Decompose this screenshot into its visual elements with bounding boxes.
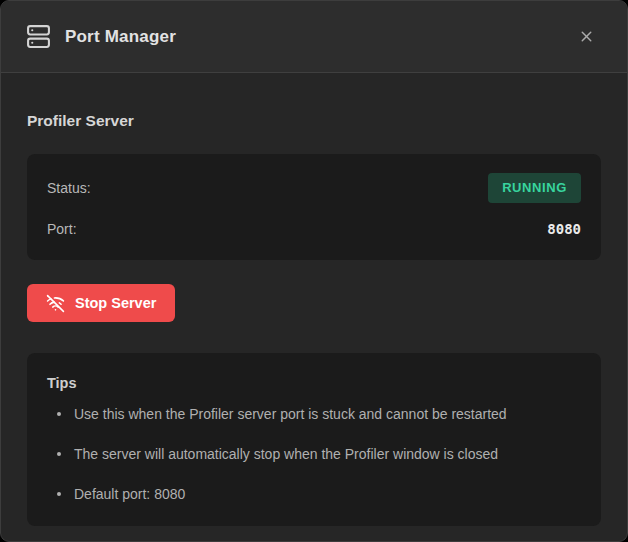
tip-item: Use this when the Profiler server port i… [47, 402, 581, 426]
tips-card: Tips Use this when the Profiler server p… [27, 353, 601, 526]
stop-server-label: Stop Server [75, 295, 156, 311]
close-icon [578, 28, 595, 45]
port-manager-dialog: Port Manager Profiler Server Status: RUN… [0, 0, 628, 542]
port-value: 8080 [547, 221, 581, 237]
tips-heading: Tips [47, 373, 581, 393]
dialog-content: Profiler Server Status: RUNNING Port: 80… [1, 73, 627, 526]
stop-server-button[interactable]: Stop Server [27, 284, 175, 322]
status-card: Status: RUNNING Port: 8080 [27, 154, 601, 260]
status-badge: RUNNING [488, 173, 581, 203]
tip-item: Default port: 8080 [47, 482, 581, 506]
close-button[interactable] [570, 21, 602, 53]
status-label: Status: [47, 180, 91, 196]
tip-item: The server will automatically stop when … [47, 442, 581, 466]
port-row: Port: 8080 [47, 217, 581, 241]
port-label: Port: [47, 221, 77, 237]
titlebar: Port Manager [1, 1, 627, 73]
section-heading: Profiler Server [27, 111, 601, 131]
server-icon [26, 24, 51, 50]
wifi-off-icon [46, 294, 65, 313]
status-row: Status: RUNNING [47, 173, 581, 203]
window-title: Port Manager [65, 27, 176, 47]
tips-list: Use this when the Profiler server port i… [47, 402, 581, 506]
